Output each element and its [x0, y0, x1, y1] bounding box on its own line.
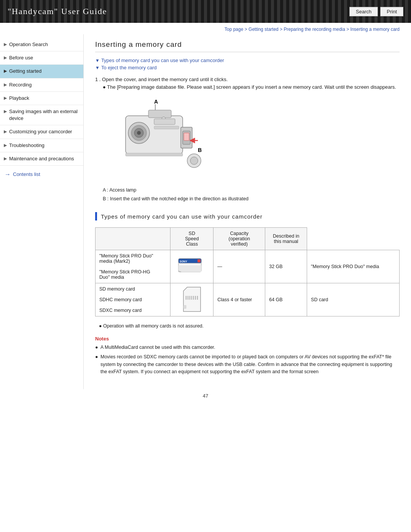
collapse-triangle-icon: ▼	[95, 58, 100, 63]
notes-title: Notes	[95, 336, 400, 342]
camcorder-diagram: A	[110, 97, 209, 181]
operation-note: Operation with all memory cards is not a…	[99, 323, 400, 330]
sidebar-label: Customizing your camcorder	[9, 128, 79, 135]
svg-point-6	[137, 131, 141, 135]
sidebar-arrow-icon: ▶	[4, 82, 7, 87]
table-cell-described-sd: SD card	[307, 283, 400, 316]
svg-rect-11	[184, 133, 189, 141]
sidebar-item-before-use[interactable]: ▶ Before use	[0, 51, 83, 65]
sidebar-arrow-icon: ▶	[4, 42, 7, 47]
sd-card-svg	[182, 286, 202, 312]
contents-arrow-icon: →	[5, 171, 11, 178]
table-cell-sony-image: SONY	[170, 250, 213, 283]
table-row: SD memory card SDHC memory card SDXC mem…	[96, 283, 400, 316]
sidebar-item-maintenance[interactable]: ▶ Maintenance and precautions	[0, 152, 83, 166]
page-title: Inserting a memory card	[95, 40, 400, 52]
breadcrumb-link[interactable]: Preparing the recording media	[284, 27, 345, 32]
camcorder-svg: A	[110, 97, 209, 181]
svg-rect-23	[178, 265, 201, 272]
sidebar-label: Playback	[9, 95, 79, 102]
table-header-sd: SDSpeedClass	[170, 228, 213, 250]
sidebar: ▶ Operation Search ▶ Before use ▶ Gettin…	[0, 34, 84, 389]
svg-text:A: A	[154, 99, 158, 105]
sidebar-arrow-icon: ▶	[4, 129, 7, 134]
table-cell-memory-stick-names: "Memory Stick PRO Duo"media (Mark2) "Mem…	[96, 250, 170, 283]
sidebar-arrow-icon: ▶	[4, 156, 7, 161]
step-bullet: The [Preparing image database file. Plea…	[103, 83, 400, 91]
section-heading-text: Types of memory card you can use with yo…	[101, 213, 263, 220]
step-list: 1 . Open the cover, and insert the memor…	[95, 76, 400, 91]
table-header-capacity: Capacity(operationverified)	[213, 228, 265, 250]
sidebar-item-playback[interactable]: ▶ Playback	[0, 92, 83, 105]
diagram-label-b: B : Insert the card with the notched edg…	[103, 195, 400, 203]
sidebar-label: Before use	[9, 54, 79, 61]
table-row: "Memory Stick PRO Duo"media (Mark2) "Mem…	[96, 250, 400, 283]
section-bar-icon	[95, 212, 97, 220]
step-text: Open the cover, and insert the memory ca…	[102, 77, 228, 82]
breadcrumb: Top page > Getting started > Preparing t…	[0, 23, 411, 34]
svg-text:B: B	[198, 147, 202, 153]
step-number: 1 .	[95, 77, 102, 82]
content-area: Inserting a memory card ▼ Types of memor…	[84, 34, 411, 389]
svg-rect-7	[148, 110, 171, 118]
sidebar-label: Getting started	[9, 68, 79, 75]
sidebar-label: Saving images with an external device	[9, 108, 79, 122]
svg-rect-17	[154, 126, 179, 129]
sidebar-label: Maintenance and precautions	[9, 155, 79, 162]
sidebar-item-recording[interactable]: ▶ Recording	[0, 78, 83, 92]
table-cell-capacity-32: 32 GB	[265, 250, 307, 283]
collapse-link-label: To eject the memory card	[101, 65, 157, 70]
collapse-link-eject[interactable]: ▼ To eject the memory card	[95, 65, 400, 70]
table-cell-speed-class4: Class 4 or faster	[213, 283, 265, 316]
sidebar-arrow-icon: ▶	[4, 109, 7, 114]
collapse-link-types[interactable]: ▼ Types of memory card you can use with …	[95, 58, 400, 63]
svg-point-15	[190, 157, 198, 165]
breadcrumb-link[interactable]: Top page	[225, 27, 243, 32]
sidebar-label: Recording	[9, 81, 79, 88]
breadcrumb-link[interactable]: Getting started	[249, 27, 279, 32]
svg-rect-16	[154, 119, 175, 125]
sidebar-item-troubleshooting[interactable]: ▶ Troubleshooting	[0, 139, 83, 152]
svg-rect-22	[198, 259, 201, 262]
section-heading-types: Types of memory card you can use with yo…	[95, 212, 400, 220]
diagram-label-a: A : Access lamp	[103, 186, 400, 195]
note-item-1: A MultiMediaCard cannot be used with thi…	[95, 344, 400, 351]
main-layout: ▶ Operation Search ▶ Before use ▶ Gettin…	[0, 34, 411, 389]
svg-rect-18	[126, 153, 183, 156]
table-cell-sd-image	[170, 283, 213, 316]
table-cell-described-ms: "Memory Stick PRO Duo" media	[307, 250, 400, 283]
step-item: 1 . Open the cover, and insert the memor…	[95, 76, 400, 91]
sidebar-arrow-icon: ▶	[4, 55, 7, 60]
sony-card-svg: SONY	[177, 256, 207, 276]
sidebar-arrow-icon: ▶	[4, 96, 7, 101]
note-item-2: Movies recorded on SDXC memory cards can…	[95, 353, 400, 375]
table-cell-capacity-64: 64 GB	[265, 283, 307, 316]
table-header-name	[96, 228, 170, 250]
print-button[interactable]: Print	[380, 7, 403, 16]
search-button[interactable]: Search	[349, 7, 378, 16]
sidebar-label: Operation Search	[9, 41, 79, 48]
memory-card-table: SDSpeedClass Capacity(operationverified)…	[95, 227, 400, 316]
collapse-triangle-icon: ▼	[95, 65, 100, 70]
table-header-described: Described inthis manual	[265, 228, 307, 250]
svg-marker-33	[183, 305, 186, 308]
breadcrumb-sep: >	[280, 27, 284, 32]
sidebar-item-saving-images[interactable]: ▶ Saving images with an external device	[0, 105, 83, 125]
sidebar-item-operation-search[interactable]: ▶ Operation Search	[0, 38, 83, 51]
page-number: 47	[0, 389, 411, 403]
sidebar-label: Troubleshooting	[9, 142, 79, 149]
contents-list-label: Contents list	[13, 171, 40, 177]
notes-section: Notes A MultiMediaCard cannot be used wi…	[95, 336, 400, 376]
breadcrumb-sep: >	[346, 27, 350, 32]
sidebar-arrow-icon: ▶	[4, 143, 7, 148]
breadcrumb-sep: >	[245, 27, 249, 32]
svg-text:SONY: SONY	[180, 260, 187, 263]
header-actions: Search Print	[349, 7, 403, 16]
sidebar-arrow-icon: ▶	[4, 69, 7, 73]
collapse-link-label: Types of memory card you can use with yo…	[101, 58, 224, 63]
contents-list-link[interactable]: → Contents list	[0, 166, 83, 183]
sidebar-item-customizing[interactable]: ▶ Customizing your camcorder	[0, 125, 83, 139]
table-cell-speed-dash: —	[213, 250, 265, 283]
sidebar-item-getting-started[interactable]: ▶ Getting started	[0, 65, 83, 78]
table-cell-sd-names: SD memory card SDHC memory card SDXC mem…	[96, 283, 170, 316]
